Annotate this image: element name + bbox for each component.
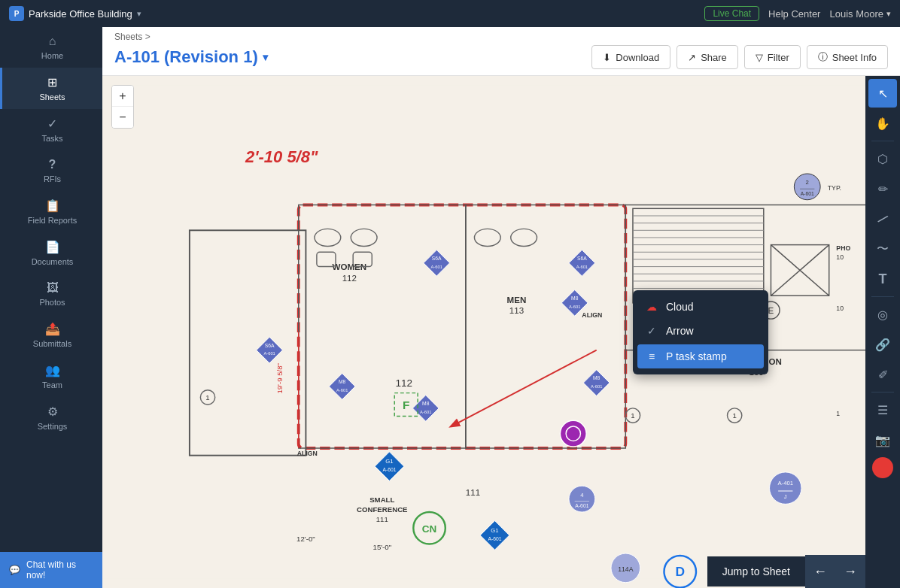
top-nav: P Parkside Office Building ▾ Live Chat H… [0, 0, 900, 27]
jump-to-sheet-button[interactable]: Jump to Sheet [707, 556, 805, 586]
svg-text:A-601: A-601 [576, 265, 588, 269]
svg-text:A-601: A-601 [569, 305, 580, 309]
svg-text:1: 1 [732, 411, 736, 420]
rfis-icon: ? [49, 158, 56, 171]
info-icon: ⓘ [818, 50, 828, 64]
annotation-icon: ✐ [878, 368, 888, 382]
jump-to-sheet: Jump to Sheet ← → [102, 555, 865, 588]
svg-text:111: 111 [376, 515, 388, 523]
tool-stamp[interactable]: ◎ [868, 300, 897, 329]
svg-text:12'-0": 12'-0" [296, 535, 315, 543]
app-logo[interactable]: P Parkside Office Building ▾ [9, 6, 141, 21]
svg-text:A-601: A-601 [801, 191, 814, 196]
share-icon: ↗ [688, 52, 696, 63]
tool-markup-line[interactable]: / [868, 205, 897, 233]
svg-text:ALIGN: ALIGN [582, 311, 602, 319]
sheet-title-row: A-101 (Revision 1) ▾ ⬇ Download ↗ Share … [114, 45, 888, 75]
svg-text:CONFERENCE: CONFERENCE [357, 505, 408, 514]
sheet-title-caret: ▾ [263, 51, 268, 63]
tool-markup-curve[interactable]: 〜 [868, 235, 897, 263]
svg-text:10: 10 [836, 253, 844, 261]
record-button[interactable] [872, 457, 893, 478]
tool-camera[interactable]: 📷 [868, 426, 897, 454]
tool-lasso[interactable]: ⬡ [868, 144, 897, 173]
svg-text:1: 1 [836, 410, 840, 417]
svg-text:A-601: A-601 [431, 265, 442, 269]
filter-icon: ▽ [756, 52, 763, 63]
sidebar-item-sheets[interactable]: ⊞ Sheets [0, 68, 102, 109]
sheet-info-button[interactable]: ⓘ Sheet Info [807, 45, 888, 69]
zoom-in-button[interactable]: + [112, 86, 133, 107]
svg-text:112: 112 [395, 377, 412, 389]
svg-text:TYP.: TYP. [828, 184, 841, 192]
user-caret: ▾ [886, 9, 891, 19]
logo-icon: P [9, 6, 24, 21]
svg-text:1: 1 [631, 411, 634, 420]
sidebar-item-settings[interactable]: ⚙ Settings [0, 397, 102, 438]
user-name: Louis Moore [829, 8, 883, 20]
svg-point-79 [560, 420, 586, 447]
svg-text:111: 111 [466, 488, 480, 497]
svg-text:WOMEN: WOMEN [333, 262, 367, 271]
arrow-icon: ✓ [645, 325, 658, 337]
svg-text:ALIGN: ALIGN [297, 450, 318, 457]
jump-prev-button[interactable]: ← [805, 555, 835, 588]
tool-text[interactable]: T [868, 265, 897, 293]
submittals-icon: 📤 [45, 322, 60, 336]
tool-markup-pen[interactable]: ✏ [868, 174, 897, 203]
sidebar-item-documents[interactable]: 📄 Documents [0, 232, 102, 274]
sidebar-item-tasks[interactable]: ✓ Tasks [0, 109, 102, 150]
stamp-icon: ◎ [877, 308, 888, 322]
sidebar-item-home[interactable]: ⌂ Home [0, 27, 102, 68]
content-area: Sheets > A-101 (Revision 1) ▾ ⬇ Download… [102, 27, 900, 588]
svg-text:SMALL: SMALL [369, 496, 394, 504]
live-chat-button[interactable]: Live Chat [704, 6, 759, 21]
share-button[interactable]: ↗ Share [677, 45, 738, 69]
download-button[interactable]: ⬇ Download [591, 45, 670, 69]
context-menu-item-arrow[interactable]: ✓ Arrow [633, 319, 768, 343]
context-menu-item-p-task-stamp[interactable]: ≡ P task stamp [637, 344, 764, 368]
canvas-container[interactable]: WOMEN 112 MEN 113 RECEPTION 100 SMALL CO… [102, 76, 900, 588]
zoom-out-button[interactable]: − [112, 107, 133, 128]
sheets-icon: ⊞ [47, 75, 57, 89]
svg-text:G1: G1 [385, 458, 393, 465]
tool-pan[interactable]: ✋ [868, 109, 897, 138]
home-icon: ⌂ [49, 35, 56, 48]
svg-text:M8: M8 [571, 296, 579, 301]
sidebar-item-submittals[interactable]: 📤 Submittals [0, 314, 102, 356]
jump-next-button[interactable]: → [835, 555, 865, 588]
field-reports-icon: 📋 [45, 199, 60, 213]
toolbar-separator-1 [871, 141, 894, 141]
curve-icon: 〜 [877, 241, 889, 257]
project-name: Parkside Office Building [29, 8, 132, 20]
sheet-title[interactable]: A-101 (Revision 1) ▾ [114, 47, 268, 67]
filter-button[interactable]: ▽ Filter [744, 45, 801, 69]
svg-text:CN: CN [422, 523, 437, 535]
chat-now-button[interactable]: 💬 Chat with us now! [0, 552, 102, 588]
sidebar-item-team[interactable]: 👥 Team [0, 356, 102, 397]
svg-text:A-601: A-601 [575, 503, 588, 508]
svg-text:PHO: PHO [836, 244, 850, 252]
tool-list[interactable]: ☰ [868, 396, 897, 424]
svg-text:S6A: S6A [265, 343, 275, 348]
blueprint[interactable]: WOMEN 112 MEN 113 RECEPTION 100 SMALL CO… [102, 76, 865, 588]
tool-annotation[interactable]: ✐ [868, 360, 897, 389]
svg-text:A-601: A-601 [336, 388, 348, 393]
select-icon: ↖ [878, 86, 888, 101]
chat-icon: 💬 [9, 565, 20, 575]
sidebar-item-photos[interactable]: 🖼 Photos [0, 274, 102, 314]
tool-select[interactable]: ↖ [868, 79, 897, 108]
sidebar: ⌂ Home ⊞ Sheets ✓ Tasks ? RFIs 📋 Field R… [0, 27, 102, 588]
tasks-icon: ✓ [47, 117, 57, 131]
svg-text:A-601: A-601 [420, 410, 431, 414]
context-menu-item-cloud[interactable]: ☁ Cloud [633, 295, 768, 319]
pen-icon: ✏ [878, 182, 888, 196]
settings-icon: ⚙ [47, 405, 58, 419]
next-icon: → [844, 564, 857, 580]
user-menu[interactable]: Louis Moore ▾ [829, 8, 891, 20]
sidebar-item-field-reports[interactable]: 📋 Field Reports [0, 191, 102, 232]
sidebar-item-rfis[interactable]: ? RFIs [0, 150, 102, 191]
right-toolbar: ↖ ✋ ⬡ ✏ / 〜 T [865, 76, 900, 588]
help-center-link[interactable]: Help Center [768, 8, 820, 20]
tool-link[interactable]: 🔗 [868, 330, 897, 359]
